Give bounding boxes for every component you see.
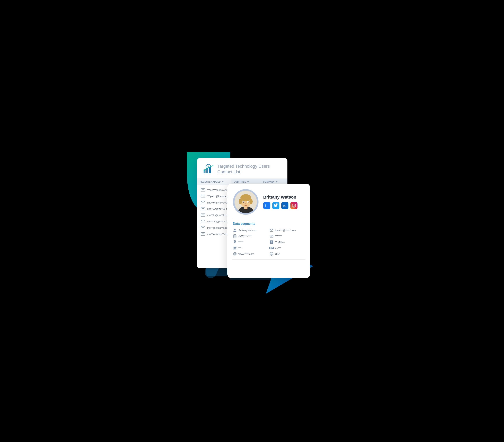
envelope-icon <box>201 188 205 192</box>
svg-point-29 <box>294 204 295 205</box>
people-icon <box>233 246 237 250</box>
segment-phone: (937)***-**** <box>233 234 268 238</box>
avatar-ring <box>233 189 258 215</box>
header-title-line1: Targeted Technology Users <box>217 163 270 169</box>
segment-revenue-value: ** Million <box>275 241 285 244</box>
segment-website-value: www.****.com <box>238 252 254 255</box>
profile-avatar-section: Brittany Watson f in <box>227 184 310 219</box>
envelope-icon <box>201 213 205 217</box>
data-grid: Brittany Watson bwa***@*****.com (937)**… <box>233 228 305 256</box>
segment-website: www.****.com <box>233 252 268 256</box>
chevron-down-icon <box>276 181 277 182</box>
svg-rect-4 <box>209 167 211 173</box>
globe-icon <box>233 252 237 256</box>
list-card-header: $ Targeted Technology Users Contact List <box>197 158 288 178</box>
flag-icon <box>270 252 273 256</box>
profile-photo <box>234 191 257 213</box>
segment-location: ***** <box>233 240 268 244</box>
profile-info: Brittany Watson f in <box>263 195 305 209</box>
linkedin-icon[interactable]: in <box>281 202 288 209</box>
col-recently-added[interactable]: RECENTLY ADDED <box>197 179 231 185</box>
chevron-down-icon <box>222 181 223 182</box>
svg-point-28 <box>293 205 295 206</box>
email-value: tho**as@da**il.com <box>207 226 230 229</box>
profile-card: Brittany Watson f in <box>227 184 310 278</box>
facebook-icon[interactable]: f <box>263 202 270 209</box>
svg-point-18 <box>240 194 251 201</box>
svg-point-20 <box>250 199 252 204</box>
segment-name-value: Brittany Watson <box>238 229 256 232</box>
envelope-icon <box>201 232 205 236</box>
envelope-icon <box>201 201 205 204</box>
instagram-icon[interactable] <box>290 202 297 209</box>
id-icon <box>270 234 273 238</box>
envelope-icon <box>201 207 205 210</box>
svg-point-35 <box>271 236 272 237</box>
segment-location-value: ***** <box>238 241 243 244</box>
envelope-icon <box>201 226 205 229</box>
segment-name: Brittany Watson <box>233 228 268 232</box>
zip-icon: ZIP <box>270 246 273 250</box>
location-icon <box>233 240 237 244</box>
segment-zip-value: 45*** <box>275 247 281 249</box>
svg-text:in: in <box>283 204 286 207</box>
segment-country: USA <box>270 252 305 256</box>
envelope-icon <box>201 220 205 223</box>
envelope-icon <box>201 195 205 198</box>
profile-name: Brittany Watson <box>263 195 305 200</box>
email-icon <box>270 228 273 232</box>
segment-id-value: ******* <box>275 235 282 238</box>
segment-revenue: $ ** Million <box>270 240 305 244</box>
segment-phone-value: (937)***-**** <box>238 235 252 238</box>
logo-icon: $ <box>202 163 214 175</box>
segment-email-value: bwa***@*****.com <box>275 229 296 232</box>
divider-bottom <box>232 259 305 260</box>
svg-text:f: f <box>265 204 266 207</box>
segment-country-value: USA <box>275 252 280 255</box>
data-segments-title: Data segments <box>233 222 305 226</box>
svg-point-19 <box>239 199 242 204</box>
svg-rect-27 <box>292 204 296 207</box>
svg-text:$: $ <box>271 241 272 243</box>
twitter-icon[interactable] <box>272 202 279 209</box>
svg-point-39 <box>235 247 236 248</box>
segment-employees: *** <box>233 246 268 250</box>
segment-email: bwa***@*****.com <box>270 228 305 232</box>
svg-point-24 <box>248 201 249 203</box>
social-icons: f in <box>263 202 305 209</box>
phone-icon <box>233 234 237 238</box>
svg-point-38 <box>234 247 235 248</box>
dollar-icon: $ <box>270 240 273 244</box>
header-title-line2: Contact List <box>217 169 270 175</box>
avatar <box>234 191 257 213</box>
segment-zip: ZIP 45*** <box>270 246 305 250</box>
person-icon <box>233 228 237 232</box>
segment-employees-value: *** <box>238 247 241 249</box>
chevron-down-icon <box>247 181 249 182</box>
email-value: ***ne***@ods.com <box>207 189 228 192</box>
data-segments-section: Data segments Brittany Watson bwa***@***… <box>227 219 310 256</box>
segment-id: ******* <box>270 234 305 238</box>
svg-point-33 <box>235 237 235 238</box>
email-value: sha**on@ro**t.com <box>207 201 229 204</box>
email-value: da**mh@jk**rm.com <box>207 220 231 223</box>
svg-rect-32 <box>234 235 236 237</box>
svg-rect-3 <box>206 168 208 173</box>
svg-point-23 <box>243 201 244 203</box>
